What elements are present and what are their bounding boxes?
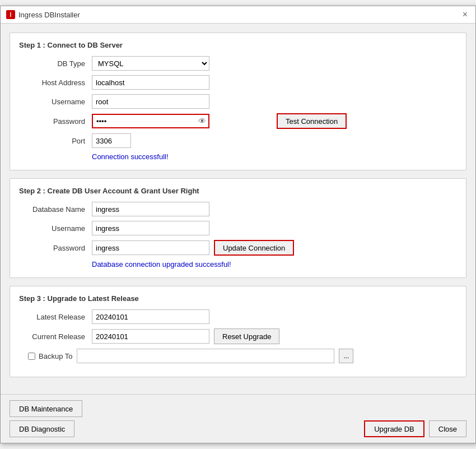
current-release-label: Current Release xyxy=(19,332,92,341)
title-bar: I Ingress DBInstaller × xyxy=(1,6,475,24)
username-label: Username xyxy=(19,98,92,106)
db-type-row: DB Type MYSQL MSSQL Oracle xyxy=(19,56,457,71)
close-window-button[interactable]: × xyxy=(460,10,470,20)
current-release-input[interactable] xyxy=(92,329,209,344)
db-name-row: Database Name xyxy=(19,202,457,216)
password-wrapper: 👁 xyxy=(92,114,209,128)
content-area: Step 1 : Connect to DB Server DB Type MY… xyxy=(1,24,475,394)
upgrade-db-button[interactable]: Upgrade DB xyxy=(364,420,424,437)
password-row: Password 👁 Test Connection xyxy=(19,113,457,129)
browse-button[interactable]: ... xyxy=(339,349,353,363)
step3-section: Step 3 : Upgrade to Latest Release Lates… xyxy=(10,286,466,377)
step2-password-row: Password Update Connection xyxy=(19,240,457,256)
step2-title: Step 2 : Create DB User Account & Grant … xyxy=(19,187,457,195)
test-connection-button[interactable]: Test Connection xyxy=(277,113,347,129)
db-type-select[interactable]: MYSQL MSSQL Oracle xyxy=(92,56,209,71)
db-maintenance-button[interactable]: DB Maintenance xyxy=(10,400,82,417)
app-icon: I xyxy=(6,10,15,19)
step1-section: Step 1 : Connect to DB Server DB Type MY… xyxy=(10,33,466,170)
password-input[interactable] xyxy=(92,114,209,128)
step3-title: Step 3 : Upgrade to Latest Release xyxy=(19,294,457,303)
db-name-label: Database Name xyxy=(19,205,92,214)
port-input[interactable] xyxy=(92,133,131,148)
db-name-input[interactable] xyxy=(92,202,209,216)
step2-section: Step 2 : Create DB User Account & Grant … xyxy=(10,178,466,278)
username-input[interactable] xyxy=(92,94,209,109)
step2-password-label: Password xyxy=(19,244,92,252)
step2-username-label: Username xyxy=(19,224,92,233)
latest-release-label: Latest Release xyxy=(19,313,92,321)
title-bar-left: I Ingress DBInstaller xyxy=(6,10,80,19)
step1-title: Step 1 : Connect to DB Server xyxy=(19,41,457,49)
bottom-bar: DB Maintenance DB Diagnostic Audit Data … xyxy=(1,394,475,443)
step2-username-input[interactable] xyxy=(92,221,209,235)
backup-checkbox[interactable] xyxy=(28,353,35,360)
close-button[interactable]: Close xyxy=(429,420,466,437)
update-connection-button[interactable]: Update Connection xyxy=(214,240,294,256)
password-label: Password xyxy=(19,117,92,126)
host-row: Host Address xyxy=(19,75,457,90)
backup-path-input[interactable] xyxy=(77,349,334,363)
step2-password-input[interactable] xyxy=(92,240,209,255)
port-row: Port xyxy=(19,133,457,148)
backup-label: Backup To xyxy=(39,352,77,360)
step2-success-text: Database connection upgraded successful! xyxy=(92,260,457,269)
step2-username-row: Username xyxy=(19,221,457,235)
backup-row: Backup To ... xyxy=(28,349,457,363)
db-type-label: DB Type xyxy=(19,59,92,68)
bottom-right-buttons: Upgrade DB Close xyxy=(364,420,466,437)
bottom-left-buttons: DB Maintenance DB Diagnostic xyxy=(10,400,82,437)
reset-upgrade-button[interactable]: Reset Upgrade xyxy=(214,328,279,344)
current-release-row: Current Release Reset Upgrade xyxy=(19,328,457,344)
username-row: Username xyxy=(19,94,457,109)
title-bar-text: Ingress DBInstaller xyxy=(18,11,80,19)
host-label: Host Address xyxy=(19,78,92,87)
step1-success-text: Connection successfull! xyxy=(92,152,457,161)
main-window: I Ingress DBInstaller × Step 1 : Connect… xyxy=(0,6,476,443)
latest-release-input[interactable] xyxy=(92,309,209,324)
host-input[interactable] xyxy=(92,75,209,90)
db-diagnostic-button[interactable]: DB Diagnostic xyxy=(10,420,74,437)
port-label: Port xyxy=(19,137,92,145)
latest-release-row: Latest Release xyxy=(19,309,457,324)
eye-icon[interactable]: 👁 xyxy=(198,117,206,126)
